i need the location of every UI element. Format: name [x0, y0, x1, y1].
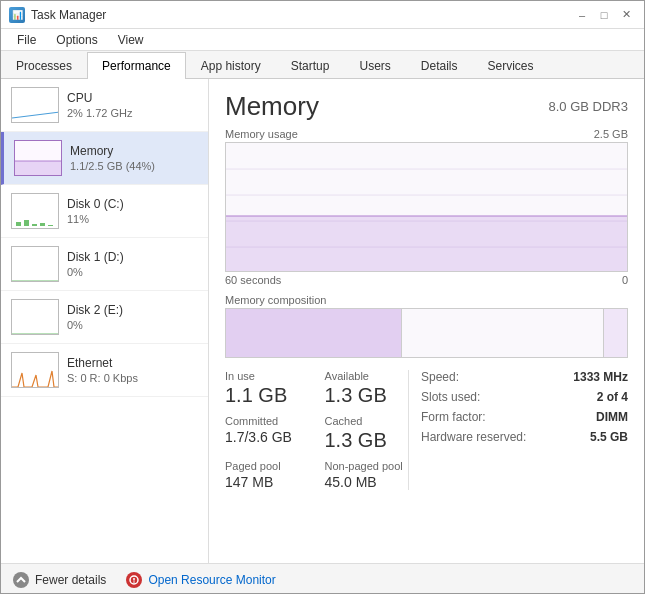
composition-chart [225, 308, 628, 358]
memory-detail: 1.1/2.5 GB (44%) [70, 160, 198, 172]
tab-services[interactable]: Services [473, 52, 549, 78]
cpu-chart-mini [12, 88, 59, 123]
chart-time-left: 60 seconds [225, 274, 281, 286]
menu-view[interactable]: View [110, 31, 152, 49]
disk0-info: Disk 0 (C:) 11% [67, 197, 198, 225]
content-area: Memory 8.0 GB DDR3 Memory usage 2.5 GB [209, 79, 644, 563]
disk0-chart-mini [12, 194, 59, 229]
form-label: Form factor: [421, 410, 486, 424]
usage-chart-max: 2.5 GB [594, 128, 628, 140]
composition-label: Memory composition [225, 294, 628, 306]
sidebar-item-memory[interactable]: Memory 1.1/2.5 GB (44%) [1, 132, 208, 185]
stats-left: In use 1.1 GB Available 1.3 GB Committed… [225, 370, 408, 490]
footer: Fewer details Open Resource Monitor [1, 563, 644, 594]
disk1-info: Disk 1 (D:) 0% [67, 250, 198, 278]
tab-apphistory[interactable]: App history [186, 52, 276, 78]
tab-users[interactable]: Users [344, 52, 405, 78]
ethernet-detail: S: 0 R: 0 Kbps [67, 372, 198, 384]
disk2-chart-mini [12, 300, 59, 335]
ethernet-name: Ethernet [67, 356, 198, 370]
tab-startup[interactable]: Startup [276, 52, 345, 78]
svg-rect-10 [12, 247, 59, 282]
disk1-chart-mini [12, 247, 59, 282]
memory-chart-mini [15, 141, 62, 176]
disk0-detail: 11% [67, 213, 198, 225]
sidebar-item-cpu[interactable]: CPU 2% 1.72 GHz [1, 79, 208, 132]
hw-reserved-value: 5.5 GB [590, 430, 628, 444]
chart-time-right: 0 [622, 274, 628, 286]
title-bar-left: 📊 Task Manager [9, 7, 106, 23]
non-paged-pool-label: Non-paged pool [325, 460, 409, 472]
tab-details[interactable]: Details [406, 52, 473, 78]
disk2-detail: 0% [67, 319, 198, 331]
right-stat-speed: Speed: 1333 MHz [421, 370, 628, 384]
svg-point-23 [134, 581, 136, 583]
sidebar-item-disk0[interactable]: Disk 0 (C:) 11% [1, 185, 208, 238]
tab-performance[interactable]: Performance [87, 52, 186, 79]
svg-rect-19 [226, 216, 627, 271]
chart-bottom-row: 60 seconds 0 [225, 274, 628, 286]
svg-rect-8 [40, 223, 45, 226]
cached-label: Cached [325, 415, 409, 427]
tab-processes[interactable]: Processes [1, 52, 87, 78]
cpu-detail: 2% 1.72 GHz [67, 107, 198, 119]
committed-label: Committed [225, 415, 309, 427]
content-subtitle: 8.0 GB DDR3 [549, 91, 628, 114]
menu-file[interactable]: File [9, 31, 44, 49]
stat-in-use: In use 1.1 GB [225, 370, 309, 407]
chart-label-row: Memory usage 2.5 GB [225, 128, 628, 140]
committed-value: 1.7/3.6 GB [225, 429, 309, 445]
cpu-info: CPU 2% 1.72 GHz [67, 91, 198, 119]
comp-in-use [226, 309, 402, 357]
stat-committed: Committed 1.7/3.6 GB [225, 415, 309, 452]
right-stat-hw-reserved: Hardware reserved: 5.5 GB [421, 430, 628, 444]
disk2-info: Disk 2 (E:) 0% [67, 303, 198, 331]
cpu-thumbnail [11, 87, 59, 123]
sidebar-item-ethernet[interactable]: Ethernet S: 0 R: 0 Kbps [1, 344, 208, 397]
menu-options[interactable]: Options [48, 31, 105, 49]
non-paged-pool-value: 45.0 MB [325, 474, 409, 490]
close-button[interactable]: ✕ [616, 6, 636, 24]
svg-rect-9 [48, 225, 53, 226]
disk1-name: Disk 1 (D:) [67, 250, 198, 264]
content-title: Memory [225, 91, 319, 122]
resource-monitor-icon [126, 572, 142, 588]
stat-cached: Cached 1.3 GB [325, 415, 409, 452]
menu-bar: File Options View [1, 29, 644, 51]
usage-chart-label: Memory usage [225, 128, 298, 140]
disk0-thumbnail [11, 193, 59, 229]
disk1-detail: 0% [67, 266, 198, 278]
fewer-details-label: Fewer details [35, 573, 106, 587]
sidebar-item-disk1[interactable]: Disk 1 (D:) 0% [1, 238, 208, 291]
chevron-up-icon [15, 574, 27, 586]
minimize-button[interactable]: – [572, 6, 592, 24]
tab-bar: Processes Performance App history Startu… [1, 51, 644, 79]
in-use-value: 1.1 GB [225, 384, 309, 407]
open-resource-monitor-button[interactable]: Open Resource Monitor [126, 572, 275, 588]
title-bar: 📊 Task Manager – □ ✕ [1, 1, 644, 29]
composition-section: Memory composition [225, 294, 628, 358]
open-resource-label: Open Resource Monitor [148, 573, 275, 587]
in-use-label: In use [225, 370, 309, 382]
main-area: CPU 2% 1.72 GHz Memory 1.1/2.5 GB (44%) [1, 79, 644, 563]
hw-reserved-label: Hardware reserved: [421, 430, 526, 444]
stats-section: In use 1.1 GB Available 1.3 GB Committed… [225, 370, 628, 490]
paged-pool-value: 147 MB [225, 474, 309, 490]
comp-available [402, 309, 603, 357]
memory-name: Memory [70, 144, 198, 158]
svg-rect-6 [24, 220, 29, 226]
usage-chart [225, 142, 628, 272]
speed-value: 1333 MHz [573, 370, 628, 384]
svg-rect-7 [32, 224, 37, 226]
right-stat-slots: Slots used: 2 of 4 [421, 390, 628, 404]
maximize-button[interactable]: □ [594, 6, 614, 24]
sidebar-item-disk2[interactable]: Disk 2 (E:) 0% [1, 291, 208, 344]
ethernet-chart-mini [12, 353, 59, 388]
memory-info: Memory 1.1/2.5 GB (44%) [70, 144, 198, 172]
usage-chart-svg [226, 143, 627, 271]
fewer-details-button[interactable]: Fewer details [13, 572, 106, 588]
cached-value: 1.3 GB [325, 429, 409, 452]
comp-standby [603, 309, 627, 357]
app-icon: 📊 [9, 7, 25, 23]
content-header: Memory 8.0 GB DDR3 [225, 91, 628, 122]
